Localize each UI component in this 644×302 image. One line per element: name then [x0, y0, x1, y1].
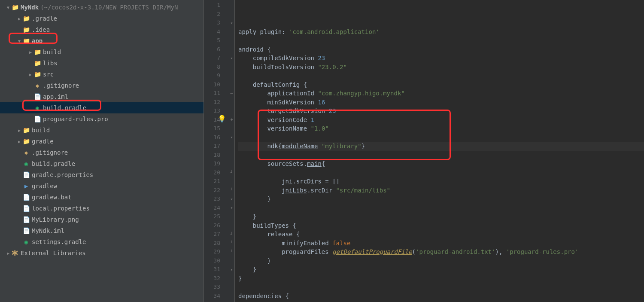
fold-column[interactable]: ▾▾─+▾┘┘▾▾┘┘┘▾┘ — [229, 0, 235, 302]
tree-row-app[interactable]: ▼📁app — [0, 35, 204, 46]
expand-arrow-icon[interactable]: ▶ — [16, 16, 22, 21]
fold-marker[interactable]: ┘ — [229, 239, 234, 248]
code-area[interactable]: 💡 apply plugin: 'com.android.application… — [235, 0, 644, 302]
code-line[interactable]: } — [238, 265, 644, 274]
code-line[interactable]: apply plugin: 'com.android.application' — [238, 27, 644, 37]
tree-row-proguard-rules-pro[interactable]: 📄proguard-rules.pro — [0, 113, 204, 125]
line-number: 19 — [204, 159, 229, 168]
intention-bulb-icon[interactable]: 💡 — [218, 115, 226, 124]
code-line[interactable]: versionName "1.0" — [238, 124, 644, 133]
expand-arrow-icon[interactable]: ▶ — [27, 50, 33, 55]
fold-marker[interactable]: ▾ — [229, 265, 234, 274]
code-line[interactable]: applicationId "com.zhangyp.higo.myndk" — [238, 89, 644, 98]
tree-row--gitignore[interactable]: ◆.gitignore — [0, 147, 204, 158]
code-line[interactable] — [238, 151, 644, 160]
fold-marker[interactable]: ▾ — [229, 54, 234, 63]
code-line[interactable] — [238, 71, 644, 80]
code-line[interactable]: sourceSets.main{ — [238, 159, 644, 168]
code-line[interactable]: buildTypes { — [238, 221, 644, 230]
code-line[interactable]: } — [238, 212, 644, 221]
code-line[interactable]: android { — [238, 45, 644, 54]
code-line[interactable]: minSdkVersion 16 — [238, 98, 644, 107]
tree-row--idea[interactable]: 📁.idea — [0, 24, 204, 35]
code-line[interactable]: dependencies { — [238, 292, 644, 301]
fold-marker[interactable]: ┘ — [229, 300, 234, 302]
tree-row-build[interactable]: ▶📁build — [0, 125, 204, 136]
fold-marker[interactable]: ┘ — [229, 247, 234, 256]
tree-item-label: settings.gradle — [32, 238, 86, 245]
expand-arrow-icon[interactable]: ▶ — [5, 251, 11, 256]
tree-row-myndk[interactable]: ▼📁MyNdk(~/cocos2d-x-3.10/NEW_PROJECTS_DI… — [0, 2, 204, 13]
tree-row-build[interactable]: ▶📁build — [0, 46, 204, 58]
fold-marker[interactable]: ▾ — [229, 18, 234, 27]
tree-row-app-iml[interactable]: 📄app.iml — [0, 91, 204, 102]
code-line[interactable] — [238, 36, 644, 45]
code-line[interactable]: } — [238, 195, 644, 204]
expand-arrow-icon[interactable]: ▶ — [27, 72, 33, 77]
expand-arrow-icon[interactable]: ▼ — [5, 5, 11, 10]
code-line[interactable]: buildToolsVersion "23.0.2" — [238, 63, 644, 72]
fold-marker — [229, 221, 234, 230]
tree-row-external-libraries[interactable]: ▶🞷External Libraries — [0, 247, 204, 259]
fold-marker[interactable]: ▾ — [229, 133, 234, 142]
code-line[interactable]: } — [238, 274, 644, 283]
tree-row-settings-gradle[interactable]: ◉settings.gradle — [0, 236, 204, 247]
code-line[interactable] — [238, 168, 644, 177]
tree-item-label: libs — [43, 60, 58, 67]
fold-marker[interactable]: ▾ — [229, 195, 234, 204]
expand-arrow-icon[interactable]: ▶ — [16, 139, 22, 144]
tree-row-gradlew[interactable]: ▶gradlew — [0, 180, 204, 192]
tree-row-build-gradle[interactable]: ◉build.gradle — [0, 102, 204, 113]
fold-marker[interactable]: ┘ — [229, 168, 234, 177]
code-line[interactable]: defaultConfig { — [238, 80, 644, 89]
code-line[interactable]: proguardFiles getDefaultProguardFile('pr… — [238, 247, 644, 256]
fold-marker[interactable]: ─ — [229, 89, 234, 98]
code-line[interactable] — [238, 283, 644, 292]
code-line[interactable]: jniLibs.srcDir "src/main/libs" — [238, 186, 644, 195]
line-number: 15 — [204, 124, 229, 133]
expand-arrow-icon[interactable]: ▼ — [16, 39, 22, 43]
line-number: 20 — [204, 168, 229, 177]
code-line[interactable]: } — [238, 256, 644, 265]
code-line[interactable]: minifyEnabled false — [238, 239, 644, 248]
line-number: 18 — [204, 151, 229, 160]
tree-row-libs[interactable]: 📁libs — [0, 58, 204, 69]
fold-marker — [229, 151, 234, 160]
code-line[interactable]: jni.srcDirs = [] — [238, 177, 644, 186]
expand-arrow-icon[interactable]: ▶ — [16, 128, 22, 133]
code-line[interactable]: compileSdkVersion 23 — [238, 54, 644, 63]
line-number: 10 — [204, 80, 229, 89]
line-number: 21 — [204, 177, 229, 186]
code-line[interactable]: release { — [238, 230, 644, 239]
code-line[interactable]: ndk{moduleName "mylibrary"} — [238, 142, 644, 151]
code-line[interactable] — [238, 133, 644, 142]
tree-row--gradle[interactable]: ▶📁.gradle — [0, 13, 204, 24]
fold-marker[interactable]: + — [229, 116, 234, 125]
tree-row--gitignore[interactable]: ◆.gitignore — [0, 80, 204, 91]
code-line[interactable]: versionCode 1 — [238, 116, 644, 125]
tree-item-label: .idea — [32, 26, 50, 33]
project-tree-panel[interactable]: ▼📁MyNdk(~/cocos2d-x-3.10/NEW_PROJECTS_DI… — [0, 0, 204, 302]
fold-marker[interactable]: ┘ — [229, 230, 234, 239]
fold-marker[interactable]: ┘ — [229, 186, 234, 195]
tree-row-mylibrary-png[interactable]: 📄MyLibrary.png — [0, 214, 204, 225]
code-editor[interactable]: 1234567891011121314151617181920212223242… — [204, 0, 644, 302]
fold-marker[interactable]: ▾ — [229, 204, 234, 213]
tree-row-src[interactable]: ▶📁src — [0, 69, 204, 80]
code-line[interactable]: compile fileTree(dir: 'libs', include: [… — [238, 300, 644, 302]
code-line[interactable] — [238, 204, 644, 213]
tree-row-gradle[interactable]: ▶📁gradle — [0, 136, 204, 147]
tree-row-local-properties[interactable]: 📄local.properties — [0, 203, 204, 214]
tree-row-myndk-iml[interactable]: 📄MyNdk.iml — [0, 225, 204, 236]
tree-row-build-gradle[interactable]: ◉build.gradle — [0, 158, 204, 169]
code-line[interactable]: targetSdkVersion 23 — [238, 107, 644, 116]
fold-marker — [229, 80, 234, 89]
tree-item-label: MyNdk — [21, 4, 39, 11]
txt-ic-icon: ◆ — [22, 149, 30, 156]
line-number: 24 — [204, 204, 229, 213]
tree-row-gradle-properties[interactable]: 📄gradle.properties — [0, 169, 204, 180]
tree-item-label: app — [32, 37, 43, 44]
yml-ic-icon: ▶ — [22, 183, 30, 189]
tree-row-gradlew-bat[interactable]: 📄gradlew.bat — [0, 192, 204, 203]
file-ic-icon: 📄 — [22, 194, 30, 201]
